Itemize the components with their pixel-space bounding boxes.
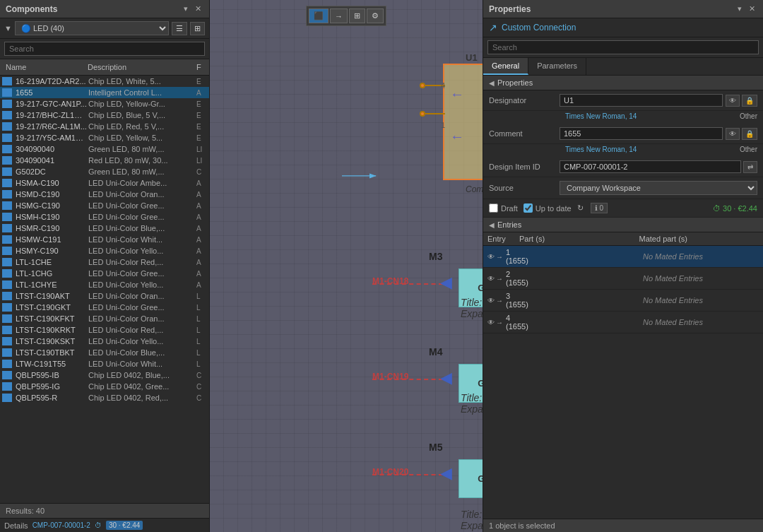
list-item[interactable]: 1655 Intelligent Control L... A xyxy=(0,87,209,98)
item-desc: LED Uni-Color Whit... xyxy=(88,360,196,368)
pin-panel-button[interactable]: ▾ xyxy=(182,4,190,14)
entry-icons: 👁 → xyxy=(487,253,503,261)
list-item[interactable]: LTST-C190TBKT LED Uni-Color Blue,... L xyxy=(0,347,209,358)
item-name: QBLP595-IG xyxy=(14,382,88,391)
entry-row[interactable]: 👁 → 3 (1655) No Mated Entries xyxy=(483,290,763,312)
right-search-input[interactable] xyxy=(487,40,759,54)
grid-view-button[interactable]: ☰ xyxy=(172,22,187,35)
item-icon xyxy=(2,167,12,176)
list-item[interactable]: G502DC Green LED, 80 mW,... C xyxy=(0,166,209,177)
list-item[interactable]: 19-217/BHC-ZL1M... Chip LED, Blue, 5 V,.… xyxy=(0,110,209,121)
designator-eye-button[interactable]: 👁 xyxy=(726,95,740,107)
list-item[interactable]: HSMH-C190 LED Uni-Color Gree... A xyxy=(0,211,209,223)
draft-checkbox-label[interactable]: Draft xyxy=(489,203,518,213)
list-item[interactable]: 304090040 Green LED, 80 mW,... LI xyxy=(0,143,209,155)
canvas-area[interactable]: ⬛ → ⊞ ⚙ U1 4 xyxy=(210,0,483,532)
design-item-swap-button[interactable]: ⇄ xyxy=(743,161,757,173)
list-item[interactable]: 19-217/R6C-AL1M... Chip LED, Red, 5 V,..… xyxy=(0,121,209,132)
m5-title: Title: Expansion Card 3 xyxy=(461,509,483,532)
m5-block: M5 xyxy=(429,442,442,453)
list-item[interactable]: 19-217-G7C-AN1P... Chip LED, Yellow-Gr..… xyxy=(0,98,209,110)
entry-icons: 👁 → xyxy=(487,297,503,305)
eye-icon[interactable]: 👁 xyxy=(487,319,495,326)
comment-lock-button[interactable]: 🔒 xyxy=(742,128,757,140)
list-item[interactable]: HSMW-C191 LED Uni-Color Whit... A xyxy=(0,234,209,245)
m5-gf-box: GF1 xyxy=(459,459,483,498)
list-item[interactable]: LTST-C190KSKT LED Uni-Color Yello... L xyxy=(0,336,209,347)
comment-input[interactable] xyxy=(560,127,723,140)
item-icon xyxy=(2,247,12,255)
eye-icon[interactable]: 👁 xyxy=(487,297,495,305)
designator-lock-button[interactable]: 🔒 xyxy=(742,95,757,107)
list-item[interactable]: LTST-C190AKT LED Uni-Color Oran... L xyxy=(0,290,209,302)
list-item[interactable]: HSMG-C190 LED Uni-Color Gree... A xyxy=(0,200,209,211)
list-item[interactable]: LTW-C191T55 LED Uni-Color Whit... L xyxy=(0,358,209,370)
list-item[interactable]: HSMR-C190 LED Uni-Color Blue,... A xyxy=(0,223,209,234)
eye-icon[interactable]: 👁 xyxy=(487,253,495,261)
list-view-button[interactable]: ⊞ xyxy=(190,22,205,35)
entry-num: 2 (1655) xyxy=(506,270,527,287)
category-filter-dropdown[interactable]: 🔵 LED (40) xyxy=(15,21,169,35)
list-item[interactable]: LTL-1CHYE LED Uni-Color Yello... A xyxy=(0,279,209,290)
comment-other-button[interactable]: Other xyxy=(740,146,757,153)
list-item[interactable]: 19-217/Y5C-AM1N... Chip LED, Yellow, 5..… xyxy=(0,132,209,143)
design-item-id-input[interactable] xyxy=(560,160,741,173)
comment-eye-button[interactable]: 👁 xyxy=(726,128,740,140)
section-collapse-icon: ◀ xyxy=(489,79,495,87)
item-flag: E xyxy=(196,134,209,142)
item-flag: L xyxy=(196,349,209,357)
m3-label: M3 xyxy=(429,251,442,262)
right-close-button[interactable]: ✕ xyxy=(747,4,757,14)
tab-parameters[interactable]: Parameters xyxy=(528,58,586,75)
eye-icon[interactable]: 👁 xyxy=(487,275,495,283)
list-item[interactable]: LTL-1CHG LED Uni-Color Gree... A xyxy=(0,268,209,279)
item-icon xyxy=(2,394,12,402)
component-u1[interactable]: U1 4 1 2 xyxy=(443,64,483,180)
list-item[interactable]: LTL-1CHE LED Uni-Color Red,... A xyxy=(0,256,209,268)
item-desc: LED Uni-Color Red,... xyxy=(88,326,196,334)
toolbar-grid-button[interactable]: ⊞ xyxy=(349,8,365,23)
list-item[interactable]: LTST-C190KFKT LED Uni-Color Oran... L xyxy=(0,313,209,324)
item-icon xyxy=(2,303,12,312)
m3-arrow: ◀ xyxy=(440,273,452,292)
uptodate-label: Up to date xyxy=(536,204,572,213)
comment-label: Comment xyxy=(489,129,560,138)
tab-general[interactable]: General xyxy=(483,58,528,75)
source-dropdown[interactable]: Company Workspace xyxy=(560,181,757,195)
list-item[interactable]: QBLP595-IG Chip LED 0402, Gree... C xyxy=(0,381,209,392)
item-flag: A xyxy=(196,247,209,255)
custom-connection-label: Custom Connection xyxy=(502,23,576,32)
list-item[interactable]: HSMY-C190 LED Uni-Color Yello... A xyxy=(0,245,209,256)
list-item[interactable]: LTST-C190KRKT LED Uni-Color Red,... L xyxy=(0,324,209,336)
refresh-button[interactable]: ↻ xyxy=(577,203,584,213)
entry-row[interactable]: 👁 → 4 (1655) No Mated Entries xyxy=(483,312,763,333)
entry-row[interactable]: 👁 → 2 (1655) No Mated Entries xyxy=(483,268,763,290)
uptodate-checkbox[interactable] xyxy=(524,203,533,213)
list-item[interactable]: QBLP595-R Chip LED 0402, Red,... C xyxy=(0,392,209,403)
designator-input[interactable] xyxy=(560,94,723,107)
info-badge-button[interactable]: ℹ 0 xyxy=(591,203,608,213)
m4-title-label: Title: Expansio xyxy=(461,392,483,415)
list-item[interactable]: HSMD-C190 LED Uni-Color Oran... A xyxy=(0,189,209,200)
toolbar-arrow-button[interactable]: → xyxy=(330,8,348,23)
toolbar-settings-button[interactable]: ⚙ xyxy=(367,8,384,23)
list-item[interactable]: LTST-C190GKT LED Uni-Color Gree... L xyxy=(0,302,209,313)
search-input[interactable] xyxy=(4,42,205,56)
draft-checkbox[interactable] xyxy=(489,203,498,213)
item-flag: E xyxy=(196,123,209,131)
item-desc: LED Uni-Color Yello... xyxy=(88,280,196,289)
toolbar-select-button[interactable]: ⬛ xyxy=(309,8,329,23)
entry-row[interactable]: 👁 → 1 (1655) No Mated Entries xyxy=(483,246,763,268)
list-item[interactable]: QBLP595-IB Chip LED 0402, Blue,... C xyxy=(0,370,209,381)
source-label: Source xyxy=(489,184,560,192)
designator-other-button[interactable]: Other xyxy=(740,112,757,120)
close-panel-button[interactable]: ✕ xyxy=(193,4,203,14)
list-item[interactable]: 16-219A/T2D-AR2... Chip LED, White, 5...… xyxy=(0,76,209,87)
right-pin-button[interactable]: ▾ xyxy=(735,4,744,14)
item-flag: A xyxy=(196,179,209,187)
item-desc: Red LED, 80 mW, 30... xyxy=(88,156,196,165)
list-item[interactable]: 304090041 Red LED, 80 mW, 30... LI xyxy=(0,155,209,166)
list-item[interactable]: HSMA-C190 LED Uni-Color Ambe... A xyxy=(0,177,209,189)
entry-mated: No Mated Entries xyxy=(643,252,759,261)
uptodate-checkbox-label[interactable]: Up to date xyxy=(524,203,572,213)
